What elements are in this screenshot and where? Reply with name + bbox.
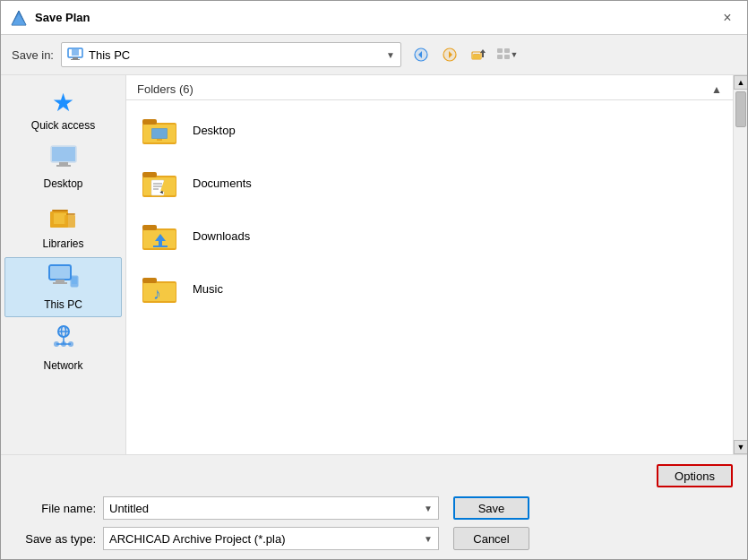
- svg-rect-32: [56, 280, 64, 282]
- toolbar-row: Save in: This PC ▼: [1, 35, 747, 75]
- filename-label: File name:: [15, 502, 96, 515]
- svg-marker-1: [12, 14, 26, 25]
- svg-text:♪: ♪: [153, 285, 161, 303]
- sidebar-item-label-quick-access: Quick access: [31, 119, 95, 132]
- svg-rect-52: [142, 172, 157, 177]
- dropdown-arrow-icon: ▼: [386, 50, 395, 60]
- svg-rect-26: [52, 210, 68, 211]
- svg-rect-16: [482, 53, 484, 57]
- folders-label: Folders (6): [137, 82, 193, 96]
- sidebar-item-quick-access[interactable]: ★ Quick access: [4, 82, 122, 137]
- view-button[interactable]: ▼: [494, 42, 520, 67]
- location-text: This PC: [89, 48, 381, 62]
- filetype-row: Save as type: ARCHICAD Archive Project (…: [15, 527, 733, 550]
- svg-rect-22: [52, 147, 75, 161]
- filetype-input[interactable]: ARCHICAD Archive Project (*.pla) ▼: [103, 527, 439, 550]
- svg-rect-14: [472, 55, 481, 59]
- folder-icon-downloads: [141, 219, 180, 253]
- folder-name-documents: Documents: [193, 177, 252, 190]
- folder-icon-music: ♪: [141, 271, 180, 306]
- view-arrow-icon: ▼: [511, 50, 519, 59]
- folder-name-desktop: Desktop: [193, 124, 236, 137]
- scroll-track[interactable]: [734, 90, 747, 440]
- svg-rect-31: [50, 266, 70, 279]
- options-button[interactable]: Options: [657, 464, 733, 487]
- save-button[interactable]: Save: [453, 496, 529, 520]
- scrollbar: ▲ ▼: [733, 75, 747, 454]
- svg-rect-27: [54, 213, 66, 224]
- filename-arrow-icon: ▼: [424, 504, 433, 513]
- folder-icon-documents: [141, 166, 180, 200]
- options-row: Options: [15, 464, 733, 487]
- svg-rect-5: [71, 59, 80, 60]
- star-icon: ★: [52, 88, 74, 117]
- main-area: ★ Quick access Desktop: [1, 75, 747, 454]
- this-pc-icon: [47, 263, 80, 297]
- dialog-title: Save Plan: [35, 11, 90, 24]
- svg-rect-61: [142, 225, 157, 230]
- app-icon: [10, 9, 28, 27]
- filetype-arrow-icon: ▼: [424, 534, 433, 544]
- titlebar: Save Plan ×: [1, 1, 747, 35]
- sidebar-item-libraries[interactable]: Libraries: [4, 197, 122, 255]
- content-header: Folders (6) ▲: [126, 75, 733, 100]
- folder-item-documents[interactable]: Documents: [126, 157, 733, 210]
- sidebar: ★ Quick access Desktop: [1, 75, 126, 454]
- folder-item-desktop[interactable]: Desktop: [126, 104, 733, 157]
- cancel-button[interactable]: Cancel: [453, 527, 529, 550]
- folder-item-music[interactable]: ♪ Music: [126, 263, 733, 315]
- scroll-up-arrow[interactable]: ▲: [734, 75, 747, 90]
- svg-rect-20: [504, 55, 510, 59]
- folder-name-downloads: Downloads: [193, 229, 250, 243]
- svg-marker-15: [480, 49, 486, 53]
- sidebar-item-desktop[interactable]: Desktop: [4, 139, 122, 195]
- filename-value: Untitled: [109, 502, 424, 515]
- scroll-down-arrow[interactable]: ▼: [734, 440, 747, 454]
- close-button[interactable]: ×: [717, 7, 738, 29]
- folder-item-downloads[interactable]: Downloads: [126, 210, 733, 263]
- svg-rect-49: [152, 129, 167, 138]
- svg-point-43: [68, 341, 73, 347]
- titlebar-left: Save Plan: [10, 9, 90, 27]
- save-in-label: Save in:: [12, 48, 54, 62]
- svg-point-42: [54, 341, 59, 347]
- filename-row: File name: Untitled ▼ Save: [15, 496, 733, 520]
- filetype-value: ARCHICAD Archive Project (*.pla): [109, 532, 424, 546]
- toolbar-buttons: ▼: [408, 42, 520, 67]
- sidebar-item-label-this-pc: This PC: [44, 298, 82, 311]
- up-button[interactable]: [466, 42, 491, 67]
- svg-rect-50: [157, 139, 162, 141]
- svg-rect-17: [497, 48, 503, 53]
- svg-rect-64: [159, 241, 162, 246]
- svg-rect-46: [142, 119, 157, 125]
- svg-rect-67: [142, 278, 157, 283]
- sidebar-item-this-pc[interactable]: This PC: [4, 257, 122, 317]
- collapse-button[interactable]: ▲: [711, 83, 722, 96]
- libraries-icon: [48, 202, 79, 236]
- sidebar-item-network[interactable]: Network: [4, 319, 122, 377]
- sidebar-item-label-desktop: Desktop: [43, 177, 82, 190]
- bottom-bar: Options File name: Untitled ▼ Save Save …: [1, 454, 747, 559]
- filetype-label: Save as type:: [15, 532, 96, 546]
- filename-input[interactable]: Untitled ▼: [103, 496, 439, 520]
- svg-rect-35: [72, 277, 77, 284]
- content-with-scroll: Folders (6) ▲: [126, 75, 747, 454]
- sidebar-item-label-network: Network: [43, 359, 82, 372]
- desktop-icon: [49, 144, 78, 176]
- svg-rect-4: [73, 57, 78, 59]
- location-dropdown[interactable]: This PC ▼: [61, 42, 401, 67]
- svg-rect-65: [153, 246, 168, 247]
- back-button[interactable]: [408, 42, 434, 67]
- svg-rect-3: [72, 49, 79, 56]
- svg-point-44: [61, 341, 66, 347]
- network-icon: [47, 324, 80, 358]
- forward-button[interactable]: [437, 42, 462, 67]
- svg-rect-28: [64, 215, 75, 228]
- content-area: Folders (6) ▲: [126, 75, 733, 454]
- svg-rect-33: [53, 282, 67, 284]
- monitor-icon: [67, 47, 83, 63]
- folder-icon-desktop: [141, 113, 180, 147]
- svg-rect-24: [56, 165, 71, 167]
- scroll-thumb: [735, 91, 746, 127]
- sidebar-item-label-libraries: Libraries: [42, 237, 83, 250]
